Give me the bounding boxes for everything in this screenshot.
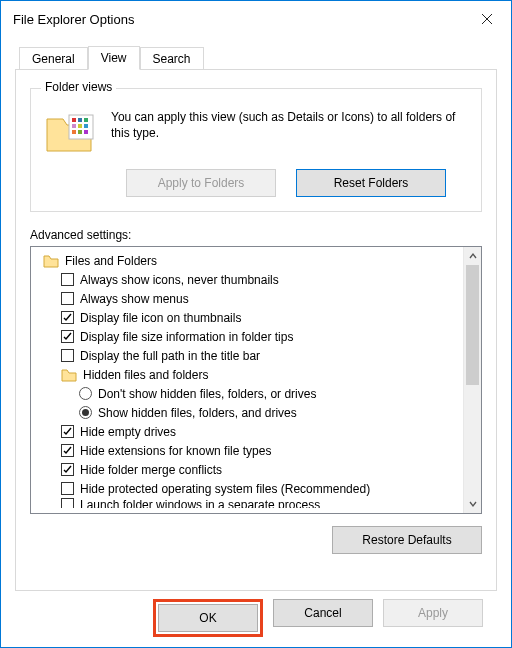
tree-item-label: Files and Folders — [65, 254, 157, 268]
ok-button[interactable]: OK — [158, 604, 258, 632]
option-display-file-size[interactable]: Display file size information in folder … — [37, 327, 461, 346]
option-label: Always show icons, never thumbnails — [80, 273, 279, 287]
apply-to-folders-button: Apply to Folders — [126, 169, 276, 197]
tree-item-label: Hidden files and folders — [83, 368, 208, 382]
tab-label: Search — [153, 52, 191, 66]
radio-icon — [79, 406, 92, 419]
advanced-settings-list[interactable]: Files and Folders Always show icons, nev… — [31, 247, 463, 513]
option-label: Hide protected operating system files (R… — [80, 482, 370, 496]
client-area: General View Search Folder views You can… — [1, 37, 511, 647]
dialog-buttons: OK Cancel Apply — [15, 591, 497, 637]
option-dont-show-hidden[interactable]: Don't show hidden files, folders, or dri… — [37, 384, 461, 403]
chevron-up-icon — [468, 251, 478, 261]
option-label: Always show menus — [80, 292, 189, 306]
folder-views-icon — [45, 111, 97, 155]
restore-defaults-row: Restore Defaults — [30, 526, 482, 554]
checkbox-icon — [61, 444, 74, 457]
tab-label: View — [101, 51, 127, 65]
option-hide-extensions[interactable]: Hide extensions for known file types — [37, 441, 461, 460]
checkbox-icon — [61, 273, 74, 286]
option-display-file-icon[interactable]: Display file icon on thumbnails — [37, 308, 461, 327]
button-label: Reset Folders — [334, 176, 409, 190]
folder-views-legend: Folder views — [41, 80, 116, 94]
checkbox-icon — [61, 330, 74, 343]
checkbox-icon — [61, 482, 74, 495]
scroll-up-button[interactable] — [464, 247, 481, 265]
folder-views-group: Folder views You can apply this view (su… — [30, 88, 482, 212]
option-launch-separate-process[interactable]: Launch folder windows in a separate proc… — [37, 498, 461, 508]
button-label: Apply to Folders — [158, 176, 245, 190]
checkbox-icon — [61, 349, 74, 362]
option-label: Display file size information in folder … — [80, 330, 293, 344]
folder-icon — [61, 368, 77, 382]
option-show-hidden[interactable]: Show hidden files, folders, and drives — [37, 403, 461, 422]
svg-rect-10 — [78, 130, 82, 134]
option-label: Display file icon on thumbnails — [80, 311, 241, 325]
checkbox-icon — [61, 463, 74, 476]
tree-root-files-and-folders[interactable]: Files and Folders — [37, 251, 461, 270]
advanced-settings-box: Files and Folders Always show icons, nev… — [30, 246, 482, 514]
chevron-down-icon — [468, 499, 478, 509]
option-display-full-path[interactable]: Display the full path in the title bar — [37, 346, 461, 365]
svg-rect-4 — [78, 118, 82, 122]
close-button[interactable] — [463, 1, 511, 37]
option-hide-merge-conflicts[interactable]: Hide folder merge conflicts — [37, 460, 461, 479]
option-always-show-icons[interactable]: Always show icons, never thumbnails — [37, 270, 461, 289]
window-title: File Explorer Options — [13, 12, 463, 27]
svg-rect-11 — [84, 130, 88, 134]
tree-node-hidden-files[interactable]: Hidden files and folders — [37, 365, 461, 384]
checkbox-icon — [61, 498, 74, 508]
svg-rect-6 — [72, 124, 76, 128]
cancel-button[interactable]: Cancel — [273, 599, 373, 627]
tab-search[interactable]: Search — [140, 47, 204, 70]
folder-views-row: You can apply this view (such as Details… — [45, 109, 467, 155]
folder-views-text: You can apply this view (such as Details… — [111, 109, 467, 141]
svg-rect-7 — [78, 124, 82, 128]
checkbox-icon — [61, 311, 74, 324]
tab-body: Folder views You can apply this view (su… — [15, 69, 497, 591]
svg-rect-5 — [84, 118, 88, 122]
button-label: Restore Defaults — [362, 533, 451, 547]
scrollbar[interactable] — [463, 247, 481, 513]
checkbox-icon — [61, 292, 74, 305]
radio-icon — [79, 387, 92, 400]
close-icon — [481, 13, 493, 25]
tab-label: General — [32, 52, 75, 66]
button-label: OK — [199, 611, 216, 625]
button-label: Cancel — [304, 606, 341, 620]
option-label: Launch folder windows in a separate proc… — [80, 498, 320, 508]
option-label: Display the full path in the title bar — [80, 349, 260, 363]
svg-rect-8 — [84, 124, 88, 128]
restore-defaults-button[interactable]: Restore Defaults — [332, 526, 482, 554]
tabstrip: General View Search — [15, 43, 497, 69]
checkbox-icon — [61, 425, 74, 438]
file-explorer-options-window: File Explorer Options General View Searc… — [0, 0, 512, 648]
titlebar: File Explorer Options — [1, 1, 511, 37]
advanced-settings-label: Advanced settings: — [30, 228, 482, 242]
option-label: Hide empty drives — [80, 425, 176, 439]
scroll-down-button[interactable] — [464, 495, 481, 513]
svg-rect-9 — [72, 130, 76, 134]
option-label: Show hidden files, folders, and drives — [98, 406, 297, 420]
scroll-track[interactable] — [464, 265, 481, 495]
folder-views-buttons: Apply to Folders Reset Folders — [45, 169, 467, 197]
svg-rect-3 — [72, 118, 76, 122]
option-label: Hide extensions for known file types — [80, 444, 271, 458]
button-label: Apply — [418, 606, 448, 620]
option-label: Hide folder merge conflicts — [80, 463, 222, 477]
option-hide-empty-drives[interactable]: Hide empty drives — [37, 422, 461, 441]
tab-view[interactable]: View — [88, 46, 140, 70]
apply-button: Apply — [383, 599, 483, 627]
option-hide-protected-os-files[interactable]: Hide protected operating system files (R… — [37, 479, 461, 498]
reset-folders-button[interactable]: Reset Folders — [296, 169, 446, 197]
option-label: Don't show hidden files, folders, or dri… — [98, 387, 316, 401]
folder-icon — [43, 254, 59, 268]
ok-button-highlight: OK — [153, 599, 263, 637]
option-always-show-menus[interactable]: Always show menus — [37, 289, 461, 308]
scroll-thumb[interactable] — [466, 265, 479, 385]
tab-general[interactable]: General — [19, 47, 88, 70]
